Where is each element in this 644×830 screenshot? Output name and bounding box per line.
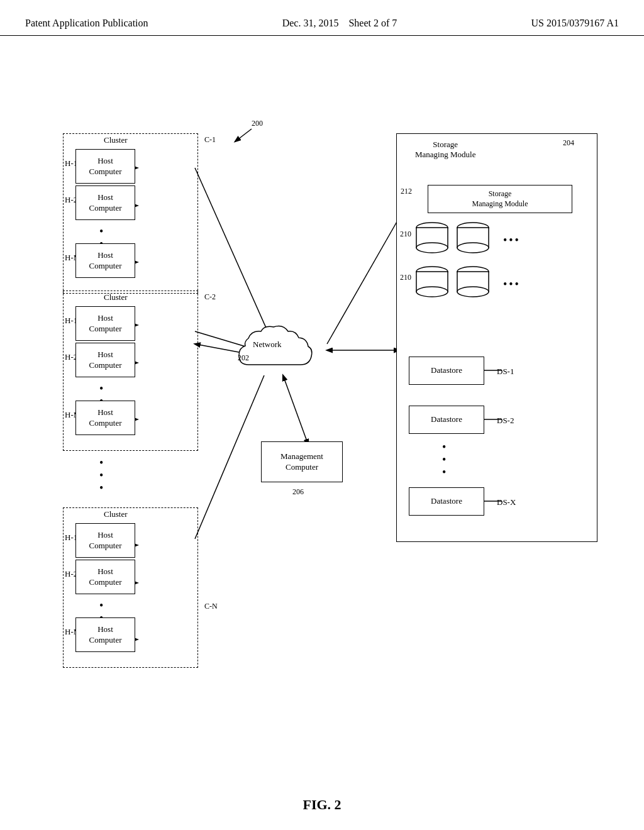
datastore2-box: Datastore xyxy=(409,406,484,434)
network-cloud: Network xyxy=(233,318,314,383)
svg-point-24 xyxy=(416,243,448,253)
cluster1-host1-box: Host Computer xyxy=(75,149,135,184)
cluster2-label: Cluster xyxy=(104,292,128,302)
cluster1-hostM-box: Host Computer xyxy=(75,243,135,278)
cluster3-host2-box: Host Computer xyxy=(75,560,135,594)
datastore1-box: Datastore xyxy=(409,357,484,385)
cluster3-label: Cluster xyxy=(104,509,128,519)
ref206: 206 xyxy=(292,487,304,497)
header-middle: Dec. 31, 2015 Sheet 2 of 7 xyxy=(282,18,397,29)
fig-label: FIG. 2 xyxy=(0,790,644,826)
cluster3-host1-box: Host Computer xyxy=(75,523,135,558)
svg-point-33 xyxy=(457,287,489,297)
cluster2-id: C-2 xyxy=(204,292,216,302)
cylinder4 xyxy=(456,265,491,300)
svg-line-21 xyxy=(235,129,252,141)
ref200: 200 xyxy=(252,119,263,128)
svg-line-4 xyxy=(283,375,308,445)
cylinder1 xyxy=(415,221,450,256)
cylinder-row1-dots: ••• xyxy=(503,234,521,247)
network-label: Network xyxy=(253,340,282,350)
ref212: 212 xyxy=(401,187,412,196)
svg-point-30 xyxy=(416,287,448,297)
ds1-label: DS-1 xyxy=(497,367,514,377)
cluster2-host2-box: Host Computer xyxy=(75,343,135,377)
datastore-dots: ••• xyxy=(442,441,446,479)
datastoreX-box: Datastore xyxy=(409,487,484,516)
ref204: 204 xyxy=(563,138,574,148)
cluster1-host2-box: Host Computer xyxy=(75,185,135,220)
management-computer-box: Management Computer xyxy=(261,441,343,482)
cluster1-id: C-1 xyxy=(204,135,216,145)
ref210a: 210 xyxy=(400,230,411,239)
ds2-label: DS-2 xyxy=(497,416,514,426)
cylinder3 xyxy=(415,265,450,300)
cluster2-hostM-box: Host Computer xyxy=(75,401,135,435)
dsX-line xyxy=(484,500,503,502)
dsX-label: DS-X xyxy=(497,497,516,507)
cluster3-hostM-box: Host Computer xyxy=(75,617,135,652)
svg-point-27 xyxy=(457,243,489,253)
ds2-line xyxy=(484,418,503,421)
between-clusters-dots: ••• xyxy=(99,457,103,494)
cylinder2 xyxy=(456,221,491,256)
ref202: 202 xyxy=(238,353,249,363)
cluster2-host1-box: Host Computer xyxy=(75,306,135,341)
svg-line-3 xyxy=(195,375,264,539)
ref210b: 210 xyxy=(400,273,411,282)
header-right: US 2015/0379167 A1 xyxy=(531,18,619,29)
header-left: Patent Application Publication xyxy=(25,18,148,29)
page-header: Patent Application Publication Dec. 31, … xyxy=(0,0,644,36)
svg-line-5 xyxy=(327,212,402,344)
cylinder-row2-dots: ••• xyxy=(503,278,521,291)
storage-managing-module-box: Storage Managing Module xyxy=(428,185,572,213)
storage-label: Storage Managing Module xyxy=(415,140,475,160)
svg-line-0 xyxy=(195,168,270,338)
cluster1-label: Cluster xyxy=(104,135,128,145)
ds1-line xyxy=(484,369,503,372)
diagram-area: Cluster C-1 200 H-1 Host Computer H-2 Ho… xyxy=(0,36,644,790)
cluster3-id: C-N xyxy=(204,602,218,611)
